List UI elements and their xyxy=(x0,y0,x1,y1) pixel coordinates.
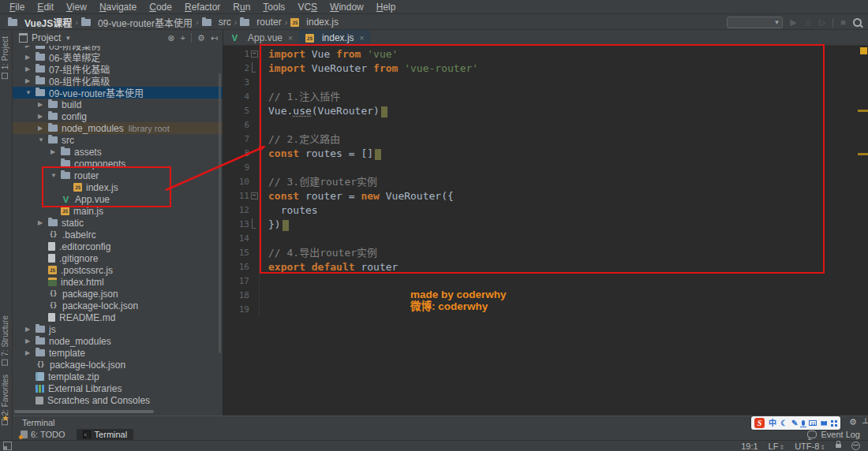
tree-item-07-组件化基础[interactable]: ▶07-组件化基础 xyxy=(13,63,223,75)
tree-item-index.html[interactable]: index.html xyxy=(13,276,223,288)
gutter-line-number[interactable]: 1− xyxy=(223,47,260,62)
tree-item-External Libraries[interactable]: External Libraries xyxy=(13,382,223,394)
close-tab-icon[interactable]: × xyxy=(360,34,365,43)
toolwindow-toggle-icon[interactable] xyxy=(3,442,12,450)
breadcrumb-item[interactable]: router xyxy=(238,17,282,28)
run-icon[interactable]: ▶ xyxy=(790,18,796,27)
fold-collapse-icon[interactable]: − xyxy=(251,192,258,199)
menu-code[interactable]: Code xyxy=(143,1,178,13)
gutter-line-number[interactable]: 15 xyxy=(223,246,260,260)
code-line-9[interactable]: 9 xyxy=(223,161,868,175)
tree-expand-arrow[interactable]: ▶ xyxy=(25,326,36,333)
toolbox-grid-icon[interactable] xyxy=(831,420,833,423)
tree-expand-arrow[interactable]: ▶ xyxy=(25,337,36,345)
tree-item-.postcssrc.js[interactable]: JS.postcssrc.js xyxy=(13,264,223,276)
tree-collapse-arrow[interactable]: ▼ xyxy=(51,172,61,179)
soft-keyboard-icon[interactable] xyxy=(809,420,817,426)
chinese-mode-icon[interactable]: 中 xyxy=(769,419,776,427)
tree-item-template.zip[interactable]: template.zip xyxy=(13,371,223,382)
favorites-star-icon[interactable]: ★ xyxy=(2,413,9,423)
tree-expand-arrow[interactable]: ▶ xyxy=(38,113,48,120)
code-line-16[interactable]: 16export default router xyxy=(223,260,868,274)
tree-expand-arrow[interactable]: ▶ xyxy=(51,148,61,155)
menu-edit[interactable]: Edit xyxy=(31,1,60,13)
code-line-17[interactable]: 17 xyxy=(223,274,868,289)
project-panel-title[interactable]: Project xyxy=(32,32,61,43)
breadcrumb-item[interactable]: src xyxy=(200,17,233,28)
encoding-selector[interactable]: UTF-8 xyxy=(795,442,825,451)
gutter-line-number[interactable]: 8 xyxy=(223,147,260,161)
warning-stripe-mark[interactable] xyxy=(858,153,868,155)
code-line-14[interactable]: 14 xyxy=(223,232,868,246)
tree-expand-arrow[interactable]: ▶ xyxy=(25,54,36,61)
code-line-10[interactable]: 10// 3.创建router实例 xyxy=(223,175,868,189)
tray-anchor-icon[interactable]: ┴ xyxy=(862,418,868,427)
lock-icon[interactable] xyxy=(836,444,841,448)
gutter-line-number[interactable]: 11− xyxy=(223,189,260,203)
tree-item-components[interactable]: components xyxy=(13,158,223,170)
tree-item-Scratches and Consoles[interactable]: Scratches and Consoles xyxy=(13,394,223,406)
todo-toolwindow-button[interactable]: 6: TODO xyxy=(21,430,65,439)
menu-navigate[interactable]: Navigate xyxy=(93,1,143,13)
tree-vertical-scrollbar[interactable] xyxy=(219,73,221,353)
tree-horizontal-scrollbar[interactable] xyxy=(14,410,154,413)
code-line-4[interactable]: 4// 1.注入插件 xyxy=(223,90,868,104)
gear-icon[interactable]: ⚙ xyxy=(849,417,857,427)
skin-icon[interactable] xyxy=(821,421,827,426)
tree-expand-arrow[interactable]: ▶ xyxy=(25,65,36,73)
gutter-line-number[interactable]: 10 xyxy=(223,175,260,189)
code-line-19[interactable]: 19 xyxy=(223,303,868,317)
run-config-dropdown[interactable]: ▼ xyxy=(727,17,783,28)
code-line-7[interactable]: 7// 2.定义路由 xyxy=(223,132,868,147)
close-tab-icon[interactable]: × xyxy=(288,34,293,43)
warning-stripe-mark[interactable] xyxy=(858,110,868,112)
terminal-toolwindow-button[interactable]: >_Terminal xyxy=(77,429,134,440)
tree-item-README.md[interactable]: README.md xyxy=(13,311,223,323)
tree-item-09-vue-router基本使用[interactable]: ▼09-vue-router基本使用 xyxy=(13,87,223,99)
gutter-line-number[interactable]: 5 xyxy=(223,104,260,118)
tree-item-08-组件化高级[interactable]: ▶08-组件化高级 xyxy=(13,75,223,87)
menu-view[interactable]: View xyxy=(60,1,93,13)
gear-icon[interactable]: ⚙ xyxy=(197,34,205,43)
stop-icon[interactable]: ■ xyxy=(840,18,846,27)
tree-item-.editorconfig[interactable]: .editorconfig xyxy=(13,240,223,252)
tree-expand-arrow[interactable]: ▶ xyxy=(25,77,36,84)
tree-collapse-arrow[interactable]: ▼ xyxy=(38,136,48,144)
gutter-line-number[interactable]: 19 xyxy=(223,303,260,317)
tree-expand-arrow[interactable]: ▶ xyxy=(38,219,48,226)
tree-item-src[interactable]: ▼src xyxy=(13,134,223,146)
chevron-down-icon[interactable]: ▼ xyxy=(65,35,71,42)
gutter-line-number[interactable]: 2 xyxy=(223,62,260,76)
code-line-11[interactable]: 11−const router = new VueRouter({ xyxy=(223,189,868,203)
tree-item-.gitignore[interactable]: .gitignore xyxy=(13,252,223,264)
fullwidth-moon-icon[interactable]: ☾ xyxy=(780,419,788,427)
menu-help[interactable]: Help xyxy=(370,1,402,13)
locate-file-icon[interactable]: + xyxy=(180,34,185,43)
tree-item-build[interactable]: ▶build xyxy=(13,99,223,110)
gutter-line-number[interactable]: 18 xyxy=(223,289,260,303)
code-line-12[interactable]: 12 routes xyxy=(223,203,868,218)
hide-panel-icon[interactable]: ↤ xyxy=(211,34,218,43)
run-coverage-icon[interactable]: ▷ xyxy=(819,18,825,27)
tree-expand-arrow[interactable]: ▶ xyxy=(38,125,48,132)
code-line-3[interactable]: 3 xyxy=(223,76,868,90)
menu-run[interactable]: Run xyxy=(226,1,256,13)
tree-item-index.js[interactable]: JSindex.js xyxy=(13,181,223,193)
caret-position[interactable]: 19:1 xyxy=(741,442,758,451)
gutter-line-number[interactable]: 14 xyxy=(223,232,260,246)
gutter-line-number[interactable]: 9 xyxy=(223,161,260,175)
tree-item-template[interactable]: ▶template xyxy=(13,347,223,359)
tree-item-06-表单绑定[interactable]: ▶06-表单绑定 xyxy=(13,51,223,63)
code-line-13[interactable]: 13}) xyxy=(223,218,868,232)
gutter-line-number[interactable]: 3 xyxy=(223,76,260,90)
line-separator-selector[interactable]: LF xyxy=(769,442,785,451)
tab-index.js[interactable]: JSindex.js× xyxy=(299,30,371,46)
code-line-8[interactable]: 8const routes = [] xyxy=(223,147,868,161)
tree-item-js[interactable]: ▶js xyxy=(13,323,223,335)
sogou-logo-icon[interactable]: S xyxy=(754,418,765,428)
tree-expand-arrow[interactable]: ▶ xyxy=(38,101,48,108)
menu-window[interactable]: Window xyxy=(324,1,370,13)
gutter-line-number[interactable]: 16 xyxy=(223,260,260,274)
gutter-line-number[interactable]: 17 xyxy=(223,274,260,289)
gutter-line-number[interactable]: 7 xyxy=(223,132,260,147)
